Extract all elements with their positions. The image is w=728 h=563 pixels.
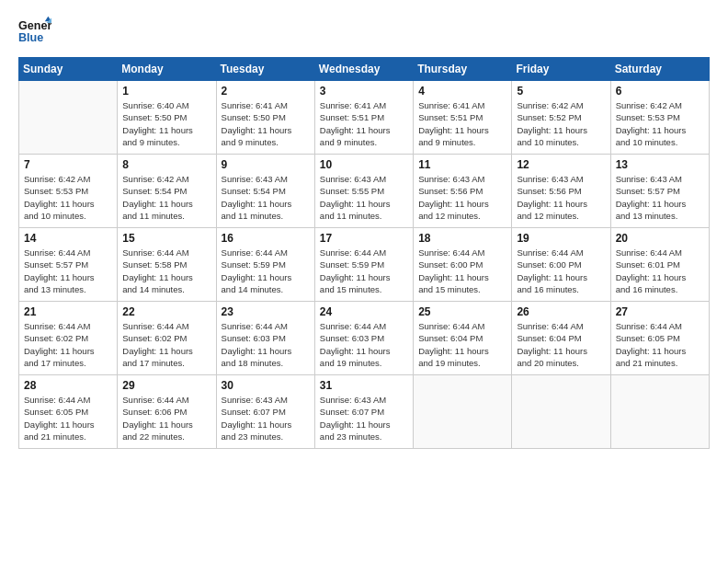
day-info: Sunrise: 6:43 AMSunset: 5:54 PMDaylight:… <box>222 173 310 222</box>
day-info: Sunrise: 6:43 AMSunset: 5:57 PMDaylight:… <box>616 173 704 222</box>
day-number: 24 <box>320 305 408 318</box>
calendar-cell: 26Sunrise: 6:44 AMSunset: 6:04 PMDayligh… <box>512 302 610 375</box>
day-info: Sunrise: 6:44 AMSunset: 5:57 PMDaylight:… <box>24 247 112 295</box>
calendar-table: SundayMondayTuesdayWednesdayThursdayFrid… <box>18 57 710 449</box>
day-info: Sunrise: 6:44 AMSunset: 6:06 PMDaylight:… <box>122 394 210 442</box>
day-info: Sunrise: 6:43 AMSunset: 6:07 PMDaylight:… <box>222 394 310 442</box>
day-number: 19 <box>517 232 605 245</box>
day-number: 15 <box>122 232 210 245</box>
calendar-cell: 2Sunrise: 6:41 AMSunset: 5:50 PMDaylight… <box>216 81 314 155</box>
calendar-cell <box>414 375 512 449</box>
calendar-week-row: 7Sunrise: 6:42 AMSunset: 5:53 PMDaylight… <box>19 155 710 228</box>
day-number: 29 <box>122 379 210 392</box>
day-info: Sunrise: 6:44 AMSunset: 5:59 PMDaylight:… <box>320 247 408 295</box>
day-info: Sunrise: 6:43 AMSunset: 5:55 PMDaylight:… <box>320 173 408 222</box>
day-number: 1 <box>122 85 210 98</box>
calendar-week-row: 28Sunrise: 6:44 AMSunset: 6:05 PMDayligh… <box>19 375 710 449</box>
calendar-cell: 23Sunrise: 6:44 AMSunset: 6:03 PMDayligh… <box>216 302 314 375</box>
day-number: 17 <box>320 232 408 245</box>
svg-text:Blue: Blue <box>18 31 43 44</box>
day-header-saturday: Saturday <box>610 58 709 81</box>
day-info: Sunrise: 6:44 AMSunset: 6:03 PMDaylight:… <box>222 320 310 369</box>
day-info: Sunrise: 6:44 AMSunset: 6:02 PMDaylight:… <box>122 320 210 369</box>
calendar-week-row: 21Sunrise: 6:44 AMSunset: 6:02 PMDayligh… <box>19 302 710 375</box>
day-number: 4 <box>418 85 506 98</box>
day-info: Sunrise: 6:44 AMSunset: 6:05 PMDaylight:… <box>616 320 704 369</box>
calendar-cell: 12Sunrise: 6:43 AMSunset: 5:56 PMDayligh… <box>512 155 610 228</box>
calendar-cell: 14Sunrise: 6:44 AMSunset: 5:57 PMDayligh… <box>19 228 118 302</box>
calendar-cell <box>512 375 610 449</box>
day-number: 20 <box>616 232 704 245</box>
calendar-cell: 25Sunrise: 6:44 AMSunset: 6:04 PMDayligh… <box>414 302 512 375</box>
calendar-cell: 17Sunrise: 6:44 AMSunset: 5:59 PMDayligh… <box>314 228 413 302</box>
day-info: Sunrise: 6:44 AMSunset: 6:00 PMDaylight:… <box>517 247 605 295</box>
calendar-cell: 24Sunrise: 6:44 AMSunset: 6:03 PMDayligh… <box>314 302 413 375</box>
day-number: 7 <box>24 158 112 171</box>
day-info: Sunrise: 6:44 AMSunset: 6:02 PMDaylight:… <box>24 320 112 369</box>
day-number: 25 <box>418 305 506 318</box>
calendar-cell: 4Sunrise: 6:41 AMSunset: 5:51 PMDaylight… <box>414 81 512 155</box>
calendar-cell: 30Sunrise: 6:43 AMSunset: 6:07 PMDayligh… <box>216 375 314 449</box>
day-info: Sunrise: 6:44 AMSunset: 6:00 PMDaylight:… <box>418 247 506 295</box>
header: General Blue <box>18 15 710 48</box>
calendar-cell: 29Sunrise: 6:44 AMSunset: 6:06 PMDayligh… <box>118 375 216 449</box>
day-header-friday: Friday <box>512 58 610 81</box>
day-header-sunday: Sunday <box>19 58 118 81</box>
day-info: Sunrise: 6:41 AMSunset: 5:51 PMDaylight:… <box>320 99 408 148</box>
calendar-cell: 28Sunrise: 6:44 AMSunset: 6:05 PMDayligh… <box>19 375 118 449</box>
day-number: 13 <box>616 158 704 171</box>
day-info: Sunrise: 6:43 AMSunset: 5:56 PMDaylight:… <box>517 173 605 222</box>
day-number: 12 <box>517 158 605 171</box>
calendar-cell: 6Sunrise: 6:42 AMSunset: 5:53 PMDaylight… <box>610 81 709 155</box>
day-number: 3 <box>320 85 408 98</box>
day-header-monday: Monday <box>118 58 216 81</box>
calendar-cell <box>610 375 709 449</box>
calendar-cell: 3Sunrise: 6:41 AMSunset: 5:51 PMDaylight… <box>314 81 413 155</box>
day-info: Sunrise: 6:42 AMSunset: 5:53 PMDaylight:… <box>24 173 112 222</box>
day-number: 16 <box>222 232 310 245</box>
day-info: Sunrise: 6:44 AMSunset: 6:03 PMDaylight:… <box>320 320 408 369</box>
day-info: Sunrise: 6:44 AMSunset: 6:05 PMDaylight:… <box>24 394 112 442</box>
day-number: 30 <box>222 379 310 392</box>
calendar-cell: 27Sunrise: 6:44 AMSunset: 6:05 PMDayligh… <box>610 302 709 375</box>
day-number: 26 <box>517 305 605 318</box>
calendar-cell: 10Sunrise: 6:43 AMSunset: 5:55 PMDayligh… <box>314 155 413 228</box>
logo: General Blue <box>18 15 51 48</box>
day-info: Sunrise: 6:42 AMSunset: 5:54 PMDaylight:… <box>122 173 210 222</box>
calendar-cell: 8Sunrise: 6:42 AMSunset: 5:54 PMDaylight… <box>118 155 216 228</box>
day-number: 9 <box>222 158 310 171</box>
calendar-cell: 13Sunrise: 6:43 AMSunset: 5:57 PMDayligh… <box>610 155 709 228</box>
calendar-week-row: 1Sunrise: 6:40 AMSunset: 5:50 PMDaylight… <box>19 81 710 155</box>
page: General Blue SundayMondayTuesdayWednesda… <box>0 0 728 563</box>
day-info: Sunrise: 6:44 AMSunset: 5:58 PMDaylight:… <box>122 247 210 295</box>
day-number: 14 <box>24 232 112 245</box>
day-info: Sunrise: 6:42 AMSunset: 5:52 PMDaylight:… <box>517 99 605 148</box>
day-info: Sunrise: 6:44 AMSunset: 5:59 PMDaylight:… <box>222 247 310 295</box>
day-info: Sunrise: 6:43 AMSunset: 5:56 PMDaylight:… <box>418 173 506 222</box>
calendar-cell <box>19 81 118 155</box>
day-number: 6 <box>616 85 704 98</box>
day-info: Sunrise: 6:44 AMSunset: 6:04 PMDaylight:… <box>517 320 605 369</box>
calendar-cell: 5Sunrise: 6:42 AMSunset: 5:52 PMDaylight… <box>512 81 610 155</box>
calendar-cell: 31Sunrise: 6:43 AMSunset: 6:07 PMDayligh… <box>314 375 413 449</box>
calendar-cell: 18Sunrise: 6:44 AMSunset: 6:00 PMDayligh… <box>414 228 512 302</box>
day-header-thursday: Thursday <box>414 58 512 81</box>
calendar-header-row: SundayMondayTuesdayWednesdayThursdayFrid… <box>19 58 710 81</box>
day-number: 21 <box>24 305 112 318</box>
calendar-cell: 16Sunrise: 6:44 AMSunset: 5:59 PMDayligh… <box>216 228 314 302</box>
day-number: 23 <box>222 305 310 318</box>
calendar-week-row: 14Sunrise: 6:44 AMSunset: 5:57 PMDayligh… <box>19 228 710 302</box>
day-number: 8 <box>122 158 210 171</box>
day-number: 28 <box>24 379 112 392</box>
day-number: 27 <box>616 305 704 318</box>
day-info: Sunrise: 6:41 AMSunset: 5:50 PMDaylight:… <box>222 99 310 148</box>
day-info: Sunrise: 6:44 AMSunset: 6:01 PMDaylight:… <box>616 247 704 295</box>
day-info: Sunrise: 6:43 AMSunset: 6:07 PMDaylight:… <box>320 394 408 442</box>
day-number: 22 <box>122 305 210 318</box>
day-info: Sunrise: 6:42 AMSunset: 5:53 PMDaylight:… <box>616 99 704 148</box>
day-number: 18 <box>418 232 506 245</box>
day-number: 10 <box>320 158 408 171</box>
day-number: 5 <box>517 85 605 98</box>
day-info: Sunrise: 6:40 AMSunset: 5:50 PMDaylight:… <box>122 99 210 148</box>
calendar-cell: 19Sunrise: 6:44 AMSunset: 6:00 PMDayligh… <box>512 228 610 302</box>
